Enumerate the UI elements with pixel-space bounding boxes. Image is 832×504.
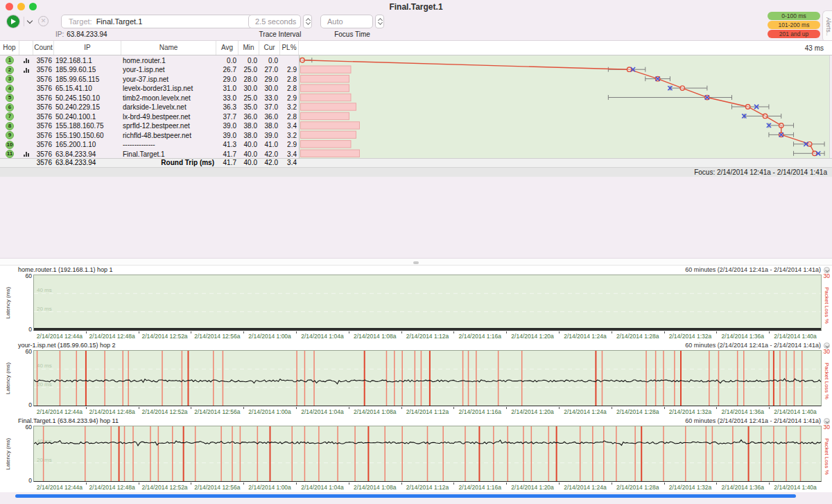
tick-mark (243, 331, 244, 333)
hop-name: -------------- (121, 140, 216, 150)
table-row[interactable]: 93576155.190.150.60richfld-48.bestpeer.n… (0, 130, 299, 140)
time-tick-label: 2/14/2014 1:32a (669, 408, 711, 415)
table-row[interactable]: 33576185.99.65.115your-37.isp.net29.028.… (0, 74, 299, 84)
tick-mark (243, 407, 244, 409)
tick-mark (453, 483, 454, 485)
time-tick-label: 2/14/2014 1:04a (301, 484, 343, 491)
timeline-graph-0[interactable]: home.router.1 (192.168.1.1) hop 160 minu… (0, 266, 832, 341)
hop-cur: 27.0 (259, 65, 280, 75)
horizontal-scrollbar[interactable] (15, 494, 796, 498)
hop-avg: 29.0 (216, 74, 239, 84)
hop-min: 40.0 (239, 140, 259, 150)
hop-ip: 185.99.60.15 (54, 65, 121, 75)
time-tick-label: 2/14/2014 12:52a (141, 484, 187, 491)
hop-avg: 41.3 (216, 140, 239, 150)
ip-value: 63.84.233.94 (67, 31, 107, 38)
hop-avg: 0.0 (216, 55, 239, 65)
hop-number-badge: 1 (6, 56, 14, 64)
focus-time-input[interactable]: Auto (320, 15, 373, 28)
column-header-Min[interactable]: Min (239, 41, 259, 55)
time-tick-label: 2/14/2014 12:44a (37, 333, 83, 340)
column-header-Name[interactable]: Name (121, 41, 216, 55)
hop-number-badge: 3 (6, 75, 14, 83)
column-header-icon[interactable] (19, 41, 33, 55)
hop-count: 3576 (33, 74, 54, 84)
column-header-Avg[interactable]: Avg (216, 41, 239, 55)
hop-count: 3576 (33, 103, 54, 112)
hop-ip: 192.168.1.1 (54, 55, 121, 65)
tick-mark (664, 483, 665, 485)
tick-mark (612, 331, 612, 333)
trace-plot[interactable] (299, 55, 830, 158)
table-row[interactable]: 11357663.84.233.94Final.Target.141.740.0… (0, 149, 299, 159)
trace-interval-stepper[interactable] (303, 15, 312, 28)
table-row[interactable]: 5357650.245.150.10timb2-moon.levelx.net3… (0, 93, 299, 103)
focus-time-stepper[interactable] (375, 15, 384, 28)
time-tick-label: 2/14/2014 12:48a (89, 333, 135, 340)
table-row[interactable]: 7357650.240.100.1lx-brd-49.bestpeer.net3… (0, 112, 299, 121)
table-row[interactable]: 13576192.168.1.1home.router.10.00.00.0 (0, 55, 299, 65)
hop-avg: 26.7 (216, 65, 239, 75)
column-header-IP[interactable]: IP (54, 41, 121, 55)
graph-shown-icon (24, 151, 30, 157)
table-row[interactable]: 4357665.15.41.10levelx-border31.isp.net3… (0, 84, 299, 94)
splitter-handle-icon (413, 261, 419, 264)
round-trip-cur: 42.0 (259, 159, 280, 167)
time-tick-label: 2/14/2014 1:00a (248, 333, 291, 340)
round-trip-min: 40.0 (239, 159, 259, 167)
hop-min: 30.0 (239, 84, 259, 94)
tick-mark (612, 483, 612, 485)
tick-mark (453, 407, 454, 409)
column-header-Hop[interactable]: Hop (0, 41, 19, 55)
hop-number-badge: 4 (6, 85, 14, 93)
play-icon (11, 19, 16, 24)
column-header-PL%[interactable]: PL% (280, 41, 299, 55)
timeline-graph-1[interactable]: your-1.isp.net (185.99.60.15) hop 260 mi… (0, 341, 832, 417)
table-header: HopCountIPNameAvgMinCurPL% 43 ms (0, 40, 832, 55)
tick-mark (191, 483, 191, 485)
table-row[interactable]: 103576165.200.1.10--------------41.340.0… (0, 140, 299, 150)
graph-plot-area[interactable]: 40 ms20 ms (33, 426, 822, 482)
hop-count: 3576 (33, 140, 54, 150)
hop-name: home.router.1 (121, 55, 216, 65)
hop-name: timb2-moon.levelx.net (121, 93, 216, 103)
hop-table: 13576192.168.1.1home.router.10.00.00.023… (0, 55, 299, 158)
table-row[interactable]: 23576185.99.60.15your-1.isp.net26.725.02… (0, 65, 299, 75)
time-tick-label: 2/14/2014 12:56a (194, 333, 240, 340)
table-row[interactable]: 83576155.188.160.75sprfld-12.bestpeer.ne… (0, 121, 299, 131)
column-header-Cur[interactable]: Cur (259, 41, 280, 55)
trace-scale-label: 43 ms (805, 41, 824, 55)
target-input[interactable]: Target:Final.Target.1 (61, 15, 272, 28)
start-trace-button[interactable] (7, 15, 19, 28)
time-axis: 2/14/2014 12:44a2/14/2014 12:48a2/14/201… (33, 407, 822, 417)
table-row[interactable]: 6357650.240.229.15darkside-1.levelx.net3… (0, 103, 299, 112)
timeline-graph-2[interactable]: Final.Target.1 (63.84.233.94) hop 1160 m… (0, 417, 832, 492)
alerts-tab[interactable]: Alerts.. (822, 10, 832, 42)
hop-name: richfld-48.bestpeer.net (121, 130, 216, 140)
trace-interval-input[interactable]: 2.5 seconds (248, 15, 301, 28)
graph-plot-area[interactable]: 40 ms20 ms (33, 350, 822, 406)
tick-mark (86, 483, 87, 485)
hop-name: Final.Target.1 (121, 149, 216, 159)
titlebar: Final.Target.1 (0, 0, 832, 12)
hop-ip: 155.190.150.60 (54, 130, 121, 140)
tick-mark (453, 331, 454, 333)
stop-trace-button[interactable]: ✕ (38, 16, 49, 26)
time-tick-label: 2/14/2014 1:16a (459, 333, 501, 340)
target-value: Final.Target.1 (92, 17, 143, 26)
pane-splitter[interactable] (0, 258, 832, 266)
tick-mark (243, 483, 244, 485)
y-axis-label: Latency (ms) (5, 354, 11, 403)
hop-count: 3576 (33, 84, 54, 94)
chevron-down-icon[interactable] (27, 18, 33, 24)
column-header-Count[interactable]: Count (33, 41, 54, 55)
tick-mark (559, 407, 560, 409)
tick-mark (86, 407, 87, 409)
graph-plot-area[interactable]: 40 ms20 ms (33, 275, 822, 331)
right-axis-max: 30 (824, 348, 830, 355)
tick-mark (349, 483, 349, 485)
time-tick-label: 2/14/2014 12:44a (37, 484, 83, 491)
window-title: Final.Target.1 (0, 2, 832, 12)
time-tick-label: 2/14/2014 1:12a (406, 484, 449, 491)
tick-mark (296, 407, 297, 409)
